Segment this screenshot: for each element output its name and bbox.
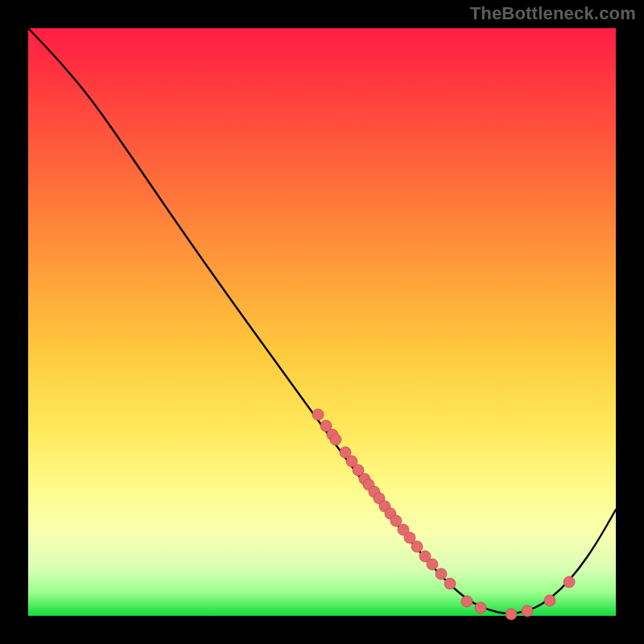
cluster-marker [312,409,324,420]
cluster-marker [475,602,486,613]
cluster-marker [522,605,533,617]
cluster-marker [427,559,438,570]
cluster-marker [506,609,517,620]
plot-area [28,28,616,616]
cluster-marker [411,541,423,552]
watermark-text: TheBottleneck.com [470,3,636,24]
cluster-marker [564,576,575,588]
marker-group [312,409,575,620]
cluster-marker [544,595,555,606]
cluster-marker [436,568,447,580]
cluster-marker [444,578,456,589]
chart-container: TheBottleneck.com [0,0,644,644]
cluster-marker [461,596,473,607]
bottleneck-curve [28,28,616,613]
curve-svg [28,28,616,616]
cluster-marker [330,434,341,445]
